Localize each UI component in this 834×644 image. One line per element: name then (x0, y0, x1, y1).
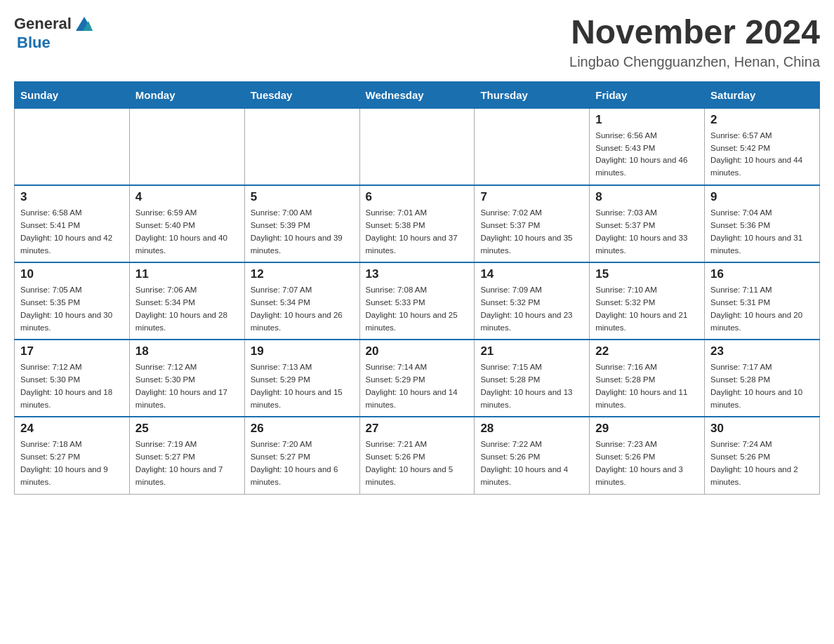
day-info: Sunrise: 7:03 AM Sunset: 5:37 PM Dayligh… (595, 207, 699, 257)
day-number: 2 (710, 113, 814, 127)
day-number: 6 (366, 190, 469, 204)
calendar-cell: 11Sunrise: 7:06 AM Sunset: 5:34 PM Dayli… (129, 262, 244, 340)
calendar-week-row: 1Sunrise: 6:56 AM Sunset: 5:43 PM Daylig… (15, 108, 820, 185)
logo-icon (73, 14, 93, 34)
title-area: November 2024 Lingbao Chengguanzhen, Hen… (569, 14, 820, 70)
calendar-cell: 4Sunrise: 6:59 AM Sunset: 5:40 PM Daylig… (129, 185, 244, 262)
day-info: Sunrise: 7:10 AM Sunset: 5:32 PM Dayligh… (595, 284, 699, 334)
calendar-week-row: 10Sunrise: 7:05 AM Sunset: 5:35 PM Dayli… (15, 262, 820, 340)
calendar-cell: 15Sunrise: 7:10 AM Sunset: 5:32 PM Dayli… (590, 262, 705, 340)
calendar-cell: 14Sunrise: 7:09 AM Sunset: 5:32 PM Dayli… (475, 262, 590, 340)
day-number: 11 (135, 267, 239, 281)
day-info: Sunrise: 7:13 AM Sunset: 5:29 PM Dayligh… (251, 361, 354, 411)
day-info: Sunrise: 7:17 AM Sunset: 5:28 PM Dayligh… (710, 361, 814, 411)
calendar-cell: 13Sunrise: 7:08 AM Sunset: 5:33 PM Dayli… (359, 262, 475, 340)
calendar-week-row: 17Sunrise: 7:12 AM Sunset: 5:30 PM Dayli… (15, 340, 820, 417)
calendar-cell: 24Sunrise: 7:18 AM Sunset: 5:27 PM Dayli… (15, 417, 130, 494)
day-number: 1 (595, 113, 699, 127)
day-number: 12 (251, 267, 354, 281)
calendar-cell: 7Sunrise: 7:02 AM Sunset: 5:37 PM Daylig… (475, 185, 590, 262)
day-number: 4 (135, 190, 239, 204)
logo-general-text: General (14, 15, 72, 33)
calendar-cell (475, 108, 590, 185)
day-info: Sunrise: 7:14 AM Sunset: 5:29 PM Dayligh… (366, 361, 469, 411)
day-number: 17 (20, 344, 124, 358)
day-number: 20 (366, 344, 469, 358)
calendar-cell: 19Sunrise: 7:13 AM Sunset: 5:29 PM Dayli… (244, 340, 359, 417)
day-info: Sunrise: 7:23 AM Sunset: 5:26 PM Dayligh… (595, 438, 699, 488)
calendar-cell: 27Sunrise: 7:21 AM Sunset: 5:26 PM Dayli… (359, 417, 475, 494)
day-number: 15 (595, 267, 699, 281)
location-subtitle: Lingbao Chengguanzhen, Henan, China (569, 54, 820, 70)
day-info: Sunrise: 6:57 AM Sunset: 5:42 PM Dayligh… (710, 130, 814, 180)
day-info: Sunrise: 6:56 AM Sunset: 5:43 PM Dayligh… (595, 130, 699, 180)
calendar-table: SundayMondayTuesdayWednesdayThursdayFrid… (14, 81, 820, 495)
weekday-header-row: SundayMondayTuesdayWednesdayThursdayFrid… (15, 81, 820, 108)
day-number: 26 (251, 422, 354, 436)
weekday-header-friday: Friday (590, 81, 705, 108)
calendar-cell: 1Sunrise: 6:56 AM Sunset: 5:43 PM Daylig… (590, 108, 705, 185)
calendar-week-row: 3Sunrise: 6:58 AM Sunset: 5:41 PM Daylig… (15, 185, 820, 262)
day-number: 23 (710, 344, 814, 358)
calendar-cell: 29Sunrise: 7:23 AM Sunset: 5:26 PM Dayli… (590, 417, 705, 494)
day-info: Sunrise: 7:07 AM Sunset: 5:34 PM Dayligh… (251, 284, 354, 334)
calendar-cell: 10Sunrise: 7:05 AM Sunset: 5:35 PM Dayli… (15, 262, 130, 340)
day-number: 21 (480, 344, 583, 358)
day-info: Sunrise: 7:05 AM Sunset: 5:35 PM Dayligh… (20, 284, 124, 334)
day-info: Sunrise: 7:16 AM Sunset: 5:28 PM Dayligh… (595, 361, 699, 411)
day-number: 14 (480, 267, 583, 281)
day-number: 7 (480, 190, 583, 204)
calendar-cell: 8Sunrise: 7:03 AM Sunset: 5:37 PM Daylig… (590, 185, 705, 262)
day-number: 13 (366, 267, 469, 281)
day-info: Sunrise: 7:06 AM Sunset: 5:34 PM Dayligh… (135, 284, 239, 334)
day-number: 25 (135, 422, 239, 436)
day-info: Sunrise: 7:11 AM Sunset: 5:31 PM Dayligh… (710, 284, 814, 334)
calendar-cell (359, 108, 475, 185)
logo: General Blue (14, 14, 93, 52)
day-info: Sunrise: 7:24 AM Sunset: 5:26 PM Dayligh… (710, 438, 814, 488)
day-info: Sunrise: 7:12 AM Sunset: 5:30 PM Dayligh… (135, 361, 239, 411)
day-number: 9 (710, 190, 814, 204)
day-info: Sunrise: 7:15 AM Sunset: 5:28 PM Dayligh… (480, 361, 583, 411)
calendar-cell: 18Sunrise: 7:12 AM Sunset: 5:30 PM Dayli… (129, 340, 244, 417)
calendar-cell: 9Sunrise: 7:04 AM Sunset: 5:36 PM Daylig… (705, 185, 820, 262)
day-info: Sunrise: 7:20 AM Sunset: 5:27 PM Dayligh… (251, 438, 354, 488)
calendar-cell (244, 108, 359, 185)
day-number: 28 (480, 422, 583, 436)
day-number: 19 (251, 344, 354, 358)
day-number: 29 (595, 422, 699, 436)
calendar-cell: 23Sunrise: 7:17 AM Sunset: 5:28 PM Dayli… (705, 340, 820, 417)
calendar-cell: 26Sunrise: 7:20 AM Sunset: 5:27 PM Dayli… (244, 417, 359, 494)
calendar-cell: 2Sunrise: 6:57 AM Sunset: 5:42 PM Daylig… (705, 108, 820, 185)
day-number: 30 (710, 422, 814, 436)
weekday-header-saturday: Saturday (705, 81, 820, 108)
calendar-cell: 17Sunrise: 7:12 AM Sunset: 5:30 PM Dayli… (15, 340, 130, 417)
day-info: Sunrise: 7:12 AM Sunset: 5:30 PM Dayligh… (20, 361, 124, 411)
day-number: 24 (20, 422, 124, 436)
day-number: 18 (135, 344, 239, 358)
day-number: 8 (595, 190, 699, 204)
calendar-cell: 16Sunrise: 7:11 AM Sunset: 5:31 PM Dayli… (705, 262, 820, 340)
logo-blue-text: Blue (17, 34, 51, 52)
day-info: Sunrise: 7:18 AM Sunset: 5:27 PM Dayligh… (20, 438, 124, 488)
day-info: Sunrise: 7:21 AM Sunset: 5:26 PM Dayligh… (366, 438, 469, 488)
weekday-header-wednesday: Wednesday (359, 81, 475, 108)
calendar-cell (15, 108, 130, 185)
day-number: 5 (251, 190, 354, 204)
day-number: 10 (20, 267, 124, 281)
day-info: Sunrise: 7:00 AM Sunset: 5:39 PM Dayligh… (251, 207, 354, 257)
calendar-cell: 21Sunrise: 7:15 AM Sunset: 5:28 PM Dayli… (475, 340, 590, 417)
calendar-cell: 25Sunrise: 7:19 AM Sunset: 5:27 PM Dayli… (129, 417, 244, 494)
calendar-cell: 3Sunrise: 6:58 AM Sunset: 5:41 PM Daylig… (15, 185, 130, 262)
calendar-cell: 20Sunrise: 7:14 AM Sunset: 5:29 PM Dayli… (359, 340, 475, 417)
day-info: Sunrise: 6:59 AM Sunset: 5:40 PM Dayligh… (135, 207, 239, 257)
calendar-cell: 6Sunrise: 7:01 AM Sunset: 5:38 PM Daylig… (359, 185, 475, 262)
day-info: Sunrise: 7:22 AM Sunset: 5:26 PM Dayligh… (480, 438, 583, 488)
day-info: Sunrise: 7:04 AM Sunset: 5:36 PM Dayligh… (710, 207, 814, 257)
weekday-header-thursday: Thursday (475, 81, 590, 108)
day-number: 16 (710, 267, 814, 281)
day-info: Sunrise: 7:08 AM Sunset: 5:33 PM Dayligh… (366, 284, 469, 334)
calendar-cell (129, 108, 244, 185)
day-info: Sunrise: 7:09 AM Sunset: 5:32 PM Dayligh… (480, 284, 583, 334)
month-title: November 2024 (569, 14, 820, 51)
